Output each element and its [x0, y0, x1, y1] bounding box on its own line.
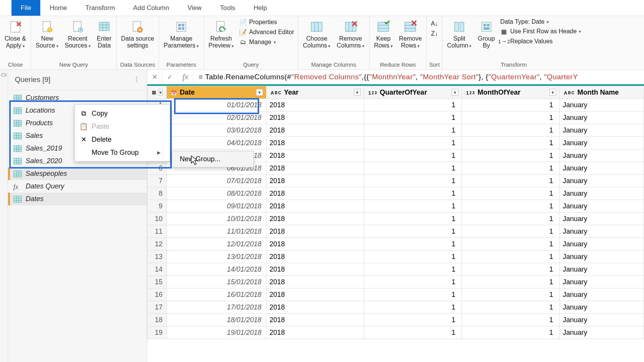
sort-desc-button[interactable]: Z↓ [430, 30, 438, 38]
cell-moy[interactable]: 1 [462, 175, 560, 187]
cell-monthname[interactable]: January [560, 111, 644, 124]
ctx-move-to-group[interactable]: Move To Group [75, 146, 170, 159]
data-type-button[interactable]: Data Type: Date [500, 18, 581, 25]
cell-date[interactable]: 08/01/2018 [167, 187, 266, 200]
cell-year[interactable]: 2018 [266, 251, 364, 263]
cell-monthname[interactable]: January [560, 162, 644, 175]
tab-transform[interactable]: Transform [76, 0, 124, 16]
choose-columns-button[interactable]: ChooseColumns [300, 17, 334, 51]
cell-monthname[interactable]: January [560, 314, 644, 326]
remove-rows-button[interactable]: RemoveRows [396, 17, 425, 51]
close-and-apply-button[interactable]: Close &Apply [2, 17, 29, 51]
cell-year[interactable]: 2018 [266, 99, 364, 111]
refresh-preview-button[interactable]: RefreshPreview [205, 17, 237, 51]
cell-qoy[interactable]: 1 [364, 225, 462, 238]
cell-qoy[interactable]: 1 [364, 276, 462, 288]
cell-moy[interactable]: 1 [462, 213, 560, 225]
cell-moy[interactable]: 1 [462, 288, 560, 301]
table-row[interactable]: 1212/01/2018201811January [148, 238, 644, 251]
table-options-button[interactable]: ▾ [159, 89, 163, 96]
first-row-headers-button[interactable]: ▦Use First Row as Heade [500, 28, 581, 35]
cell-year[interactable]: 2018 [266, 200, 364, 213]
cell-moy[interactable]: 1 [462, 326, 560, 339]
cell-monthname[interactable]: January [560, 238, 644, 251]
cell-year[interactable]: 2018 [266, 276, 364, 288]
table-row[interactable]: 1616/01/2018201811January [148, 288, 644, 301]
split-column-button[interactable]: SplitColumn [444, 17, 475, 51]
tab-view[interactable]: View [178, 0, 211, 16]
cell-year[interactable]: 2018 [266, 238, 364, 251]
cell-qoy[interactable]: 1 [364, 124, 462, 137]
table-row[interactable]: 707/01/2018201811January [148, 175, 644, 187]
table-row[interactable]: 909/01/2018201811January [148, 200, 644, 213]
cell-date[interactable]: 15/01/2018 [167, 276, 266, 288]
cell-year[interactable]: 2018 [266, 162, 364, 175]
cell-qoy[interactable]: 1 [364, 238, 462, 251]
data-grid[interactable]: ▦▾ 📅 Date▾ ABC Year▾ 123 QuarterOfYear▾ … [147, 84, 644, 362]
cell-date[interactable]: 14/01/2018 [167, 263, 266, 276]
properties-button[interactable]: 📄Properties [239, 18, 294, 26]
cell-moy[interactable]: 1 [462, 137, 560, 149]
remove-columns-button[interactable]: RemoveColumns [334, 17, 367, 51]
cell-monthname[interactable]: January [560, 213, 644, 225]
cell-qoy[interactable]: 1 [364, 99, 462, 111]
cell-moy[interactable]: 1 [462, 200, 560, 213]
query-item-customers[interactable]: Customers [8, 92, 147, 104]
cell-year[interactable]: 2018 [266, 301, 364, 314]
cell-qoy[interactable]: 1 [364, 288, 462, 301]
cell-qoy[interactable]: 1 [364, 301, 462, 314]
manage-parameters-button[interactable]: ManageParameters [161, 17, 202, 51]
table-row[interactable]: 1515/01/2018201811January [148, 276, 644, 288]
cell-qoy[interactable]: 1 [364, 187, 462, 200]
cell-qoy[interactable]: 1 [364, 314, 462, 326]
cell-year[interactable]: 2018 [266, 187, 364, 200]
column-header-monthname[interactable]: ABC Month Name [560, 86, 644, 99]
cell-qoy[interactable]: 1 [364, 213, 462, 225]
ctx-paste[interactable]: 📋Paste [75, 120, 170, 133]
cell-date[interactable]: 17/01/2018 [167, 301, 266, 314]
filter-moy-button[interactable]: ▾ [549, 89, 556, 96]
cell-monthname[interactable]: January [560, 276, 644, 288]
cell-date[interactable]: 18/01/2018 [167, 314, 266, 326]
formula-fx-button[interactable]: fx [178, 70, 193, 84]
formula-text[interactable]: = Table.RenameColumns(#"Removed Columns"… [193, 72, 583, 81]
cell-qoy[interactable]: 1 [364, 111, 462, 124]
advanced-editor-button[interactable]: 📝Advanced Editor [239, 28, 294, 36]
queries-collapse-button[interactable]: 〈 [130, 74, 140, 86]
table-row[interactable]: 303/01/2018201811January [148, 124, 644, 137]
cell-monthname[interactable]: January [560, 175, 644, 187]
table-row[interactable]: 1919/01/2018201811January [148, 326, 644, 339]
cell-year[interactable]: 2018 [266, 314, 364, 326]
filter-date-button[interactable]: ▾ [256, 89, 263, 96]
cell-year[interactable]: 2018 [266, 137, 364, 149]
table-row[interactable]: 1010/01/2018201811January [148, 213, 644, 225]
cell-year[interactable]: 2018 [266, 149, 364, 162]
cell-year[interactable]: 2018 [266, 111, 364, 124]
ctx-delete[interactable]: ✕Delete [75, 133, 170, 146]
cell-moy[interactable]: 1 [462, 124, 560, 137]
cell-moy[interactable]: 1 [462, 111, 560, 124]
cell-date[interactable]: 03/01/2018 [167, 124, 266, 137]
formula-accept-button[interactable]: ✓ [163, 70, 178, 84]
tab-home[interactable]: Home [40, 0, 76, 16]
table-row[interactable]: 1111/01/2018201811January [148, 225, 644, 238]
cell-monthname[interactable]: January [560, 200, 644, 213]
cell-monthname[interactable]: January [560, 225, 644, 238]
data-source-settings-button[interactable]: Data sourcesettings [118, 17, 157, 51]
cell-moy[interactable]: 1 [462, 99, 560, 111]
cell-date[interactable]: 12/01/2018 [167, 238, 266, 251]
table-row[interactable]: 808/01/2018201811January [148, 187, 644, 200]
cell-monthname[interactable]: January [560, 251, 644, 263]
cell-year[interactable]: 2018 [266, 213, 364, 225]
cell-qoy[interactable]: 1 [364, 200, 462, 213]
cell-monthname[interactable]: January [560, 124, 644, 137]
replace-values-button[interactable]: 1→2Replace Values [500, 38, 581, 45]
cell-qoy[interactable]: 1 [364, 162, 462, 175]
cell-qoy[interactable]: 1 [364, 137, 462, 149]
column-header-qoy[interactable]: 123 QuarterOfYear▾ [364, 86, 462, 99]
query-item-dates[interactable]: Dates [8, 193, 147, 205]
column-header-year[interactable]: ABC Year▾ [266, 86, 364, 99]
cell-date[interactable]: 13/01/2018 [167, 251, 266, 263]
table-row[interactable]: 404/01/2018201811January [148, 137, 644, 149]
cell-moy[interactable]: 1 [462, 238, 560, 251]
